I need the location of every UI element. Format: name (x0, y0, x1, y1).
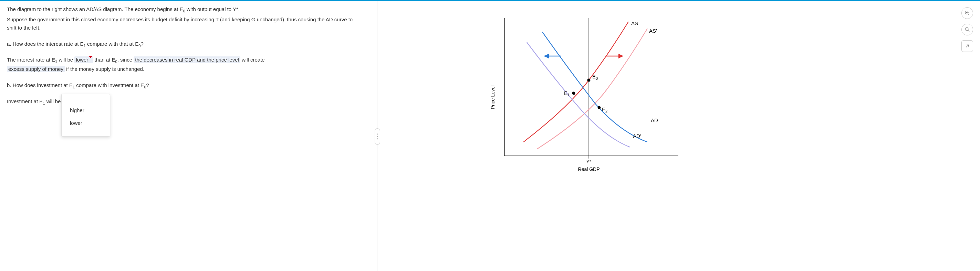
x-axis-label: Real GDP (578, 166, 600, 172)
svg-text:E1: E1 (564, 90, 570, 97)
investment-dropdown-list[interactable]: higher lower (61, 94, 110, 136)
svg-text:E0: E0 (592, 74, 598, 81)
zoom-out-button[interactable] (961, 24, 973, 35)
question-a: a. How does the interest rate at E1 comp… (7, 40, 358, 49)
question-text-block: The diagram to the right shows an AD/AS … (7, 5, 358, 108)
label-as: AS (631, 20, 638, 26)
y-axis-label: Price Level (490, 85, 495, 109)
label-e2: E (602, 106, 605, 112)
dropdown-option-lower[interactable]: lower (62, 117, 110, 129)
zoom-in-icon (964, 10, 970, 16)
label-e0: E (592, 74, 596, 79)
svg-line-13 (968, 14, 969, 15)
intro-line-2: Suppose the government in this closed ec… (7, 16, 358, 32)
open-external-icon (964, 43, 970, 49)
label-ad: AD (651, 117, 658, 123)
text: with output equal to Y*. (185, 6, 240, 12)
text: a. How does the interest rate at E (7, 41, 84, 47)
text: ? (146, 82, 149, 88)
dropdown-option-higher[interactable]: higher (62, 104, 110, 117)
zoom-out-icon (964, 27, 970, 33)
x-tick-ystar: Y* (586, 159, 592, 165)
text: Investment at E (7, 98, 43, 104)
question-b: b. How does investment at E1 compare wit… (7, 81, 358, 90)
sub: 0 (596, 76, 598, 81)
text: compare with that at E (86, 41, 138, 47)
text: , since (118, 57, 134, 63)
text: will be (57, 57, 75, 63)
sub: 2 (605, 109, 608, 113)
svg-point-6 (587, 79, 590, 82)
text: b. How does investment at E (7, 82, 73, 88)
label-ad-prime: AD' (633, 133, 641, 139)
filled-answer-lower[interactable]: lower (75, 56, 93, 63)
text: will be (45, 98, 62, 104)
text: The diagram to the right shows an AD/AS … (7, 6, 183, 12)
open-external-button[interactable] (961, 40, 973, 52)
label-as-prime: AS' (649, 28, 657, 34)
label-e1: E (564, 90, 568, 96)
ad-as-diagram: E0 E1 E2 AS AS' AD AD' Price Level Y* Re… (485, 11, 689, 176)
answer-b: Investment at E1 will be than at E0. (7, 97, 358, 106)
text: will create (242, 57, 265, 63)
zoom-in-button[interactable] (961, 7, 973, 19)
text: compare with investment at E (75, 82, 144, 88)
text: The interest rate at E (7, 57, 55, 63)
intro-line-1: The diagram to the right shows an AD/AS … (7, 5, 358, 14)
answer-a: The interest rate at E1 will be lower th… (7, 56, 358, 73)
sub: 1 (568, 93, 570, 97)
text: ? (141, 41, 143, 47)
svg-point-8 (598, 106, 601, 109)
diagram-tools (961, 7, 973, 52)
pane-resize-handle[interactable] (375, 128, 380, 145)
text: than at E (94, 57, 115, 63)
filled-answer-excess-supply[interactable]: excess supply of money (7, 66, 65, 72)
text: if the money supply is unchanged. (66, 66, 144, 72)
filled-answer-gdp-price[interactable]: the decreases in real GDP and the price … (134, 56, 240, 63)
svg-point-7 (572, 92, 575, 95)
svg-line-17 (968, 30, 969, 32)
